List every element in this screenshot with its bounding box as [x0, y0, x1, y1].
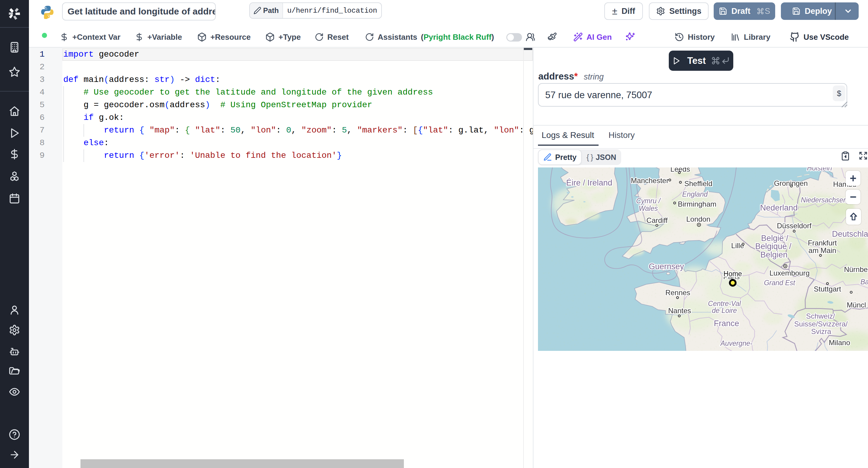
svg-text:Svizra: Svizra — [811, 327, 831, 335]
svg-text:Auvergne-: Auvergne- — [720, 339, 752, 347]
svg-text:Ba: Ba — [861, 278, 868, 286]
svg-text:Düsseldorf: Düsseldorf — [777, 222, 812, 230]
svg-text:Schweiz/: Schweiz/ — [806, 312, 835, 320]
svg-text:Niedersachsen: Niedersachsen — [801, 196, 847, 204]
svg-text:Milano: Milano — [829, 338, 850, 347]
svg-text:Manchester: Manchester — [631, 176, 669, 185]
svg-text:België /: België / — [761, 234, 788, 243]
svg-text:Nantes: Nantes — [668, 307, 691, 315]
svg-text:Cardiff: Cardiff — [647, 216, 668, 224]
svg-text:Müncl: Müncl — [846, 301, 866, 309]
svg-text:Cymru /: Cymru / — [636, 197, 661, 205]
svg-text:France: France — [714, 319, 739, 328]
svg-text:Holstein: Holstein — [807, 167, 832, 172]
svg-text:London: London — [686, 215, 710, 223]
svg-text:Wales: Wales — [639, 204, 658, 212]
svg-text:de Loire: de Loire — [712, 307, 737, 314]
svg-text:Frankfurt: Frankfurt — [808, 239, 837, 247]
svg-text:Suisse/Svizzera/: Suisse/Svizzera/ — [794, 320, 848, 328]
svg-text:Birmingham: Birmingham — [678, 200, 716, 208]
svg-text:Stuttgart: Stuttgart — [814, 285, 841, 293]
svg-text:Guernsey: Guernsey — [649, 262, 684, 271]
svg-text:Sheffield: Sheffield — [684, 179, 712, 188]
svg-text:Rennes: Rennes — [665, 289, 690, 297]
svg-text:Belgien: Belgien — [761, 250, 787, 259]
svg-text:Belgique /: Belgique / — [755, 242, 792, 251]
svg-text:Nederland: Nederland — [760, 203, 798, 212]
svg-text:am Main: am Main — [809, 246, 836, 255]
svg-text:Luxembourg: Luxembourg — [770, 269, 809, 277]
svg-text:Lille: Lille — [731, 241, 744, 250]
svg-text:Deutschlan: Deutschlan — [832, 230, 868, 238]
svg-text:Nürnber: Nürnber — [844, 265, 868, 273]
svg-text:Éire / Ireland: Éire / Ireland — [566, 178, 612, 187]
svg-text:Grand Est: Grand Est — [764, 279, 796, 287]
svg-text:Home: Home — [724, 270, 742, 278]
svg-text:England: England — [682, 190, 708, 198]
